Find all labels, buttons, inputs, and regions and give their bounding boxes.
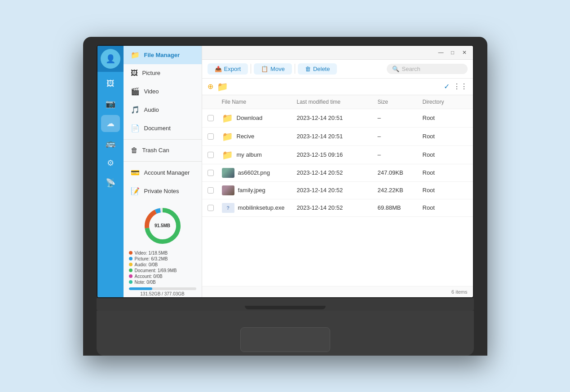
- sidebar-item-picture[interactable]: 🖼 Picture: [124, 64, 202, 82]
- table-header: File Name Last modified time Size Direct…: [202, 95, 473, 109]
- legend-dot-audio: [129, 263, 133, 266]
- move-button[interactable]: 📋 Move: [254, 63, 292, 75]
- sidebar-item-file-manager[interactable]: 📁 File Manager: [124, 46, 202, 64]
- header-modified: Last modified time: [297, 99, 378, 105]
- file-name-cell: 📁 Recive: [222, 131, 297, 142]
- table-row[interactable]: 📁 Download 2023-12-14 20:51 – Root: [202, 109, 473, 128]
- trash-menu-icon: 🗑: [131, 146, 138, 154]
- table-row[interactable]: 📁 my album 2023-12-15 09:16 – Root: [202, 146, 473, 164]
- file-name-cell: family.jpeg: [222, 185, 297, 195]
- sidebar-item-label: Video: [144, 88, 159, 95]
- grid-view-button[interactable]: ⋮⋮: [453, 82, 468, 91]
- sidebar-item-private-notes[interactable]: 📝 Private Notes: [124, 182, 202, 200]
- storage-bar: [129, 287, 196, 290]
- row-checkbox[interactable]: [208, 133, 222, 140]
- check-button[interactable]: ✓: [444, 82, 450, 91]
- storage-legend: Video: 1/18.5MB Picture: 6/3.2MB Audio: …: [129, 251, 196, 285]
- legend-note: Note: 0/0B: [129, 280, 196, 285]
- row-checkbox[interactable]: [208, 115, 222, 121]
- menu-divider-2: [124, 161, 202, 162]
- legend-dot-picture: [129, 257, 133, 260]
- transport-nav-icon[interactable]: 🚌: [101, 135, 120, 152]
- sidebar-item-audio[interactable]: 🎵 Audio: [124, 101, 202, 119]
- document-menu-icon: 📄: [131, 124, 140, 132]
- row-checkbox[interactable]: [208, 170, 222, 176]
- exe-icon: ?: [222, 203, 234, 213]
- table-row[interactable]: family.jpeg 2023-12-14 20:52 242.22KB Ro…: [202, 182, 473, 199]
- sidebar-item-label: Trash Can: [142, 147, 169, 154]
- close-button[interactable]: ✕: [460, 48, 469, 57]
- current-folder-icon: 📁: [217, 81, 228, 92]
- search-icon: 🔍: [392, 66, 399, 72]
- row-checkbox[interactable]: [208, 187, 222, 194]
- settings-nav-icon[interactable]: ⚙: [101, 154, 120, 172]
- back-button[interactable]: ⊕: [208, 82, 213, 91]
- sidebar-item-label: Private Notes: [144, 188, 179, 194]
- sidebar-item-document[interactable]: 📄 Document: [124, 119, 202, 137]
- table-row[interactable]: as6602t.png 2023-12-14 20:52 247.09KB Ro…: [202, 164, 473, 182]
- sidebar-item-video[interactable]: 🎬 Video: [124, 82, 202, 101]
- toolbar-sep-2: [295, 64, 295, 74]
- image-thumbnail: [222, 185, 234, 195]
- storage-panel: 91.5MB Video: 1/18.5MB Picture: 6/3.2MB: [124, 200, 202, 298]
- sidebar-item-label: File Manager: [144, 52, 180, 58]
- folder-icon: 📁: [222, 113, 233, 123]
- phone-nav-icon[interactable]: 📡: [101, 174, 120, 191]
- storage-total-label: 91.5MB: [155, 223, 170, 228]
- sidebar-item-label: Picture: [142, 70, 160, 76]
- row-checkbox[interactable]: [208, 152, 222, 158]
- table-row[interactable]: 📁 Recive 2023-12-14 20:51 – Root: [202, 128, 473, 146]
- row-checkbox[interactable]: [208, 205, 222, 211]
- account-menu-icon: 💳: [131, 168, 140, 177]
- file-name-cell: as6602t.png: [222, 168, 297, 178]
- delete-button[interactable]: 🗑 Delete: [298, 63, 337, 75]
- avatar: 👤: [97, 46, 124, 72]
- audio-menu-icon: 🎵: [131, 106, 140, 114]
- export-button[interactable]: 📤 Export: [208, 63, 248, 75]
- legend-video: Video: 1/18.5MB: [129, 251, 196, 255]
- storage-bar-fill: [129, 287, 153, 290]
- cloud-nav-icon[interactable]: ☁: [101, 115, 120, 132]
- header-size: Size: [378, 99, 423, 105]
- legend-audio: Audio: 0/0B: [129, 262, 196, 267]
- legend-document: Document: 1/69.9MB: [129, 268, 196, 273]
- menu-header: 📁 File Manager 🖼 Picture 🎬 Video 🎵 Audio: [124, 46, 202, 200]
- folder-icon: 📁: [222, 131, 233, 142]
- title-bar: — □ ✕: [202, 46, 473, 60]
- legend-account: Account: 0/0B: [129, 274, 196, 279]
- folder-icon: 📁: [222, 150, 233, 160]
- notes-menu-icon: 📝: [131, 187, 140, 195]
- sidebar-item-trash-can[interactable]: 🗑 Trash Can: [124, 141, 202, 159]
- sidebar-item-label: Document: [144, 125, 171, 132]
- storage-bar-container: 131.52GB / 377.03GB: [129, 287, 196, 296]
- video-nav-icon[interactable]: 📷: [101, 95, 120, 112]
- legend-dot-note: [129, 280, 133, 284]
- nav-bar: ⊕ 📁 ✓ ⋮⋮: [202, 79, 473, 95]
- sidebar-item-account-manager[interactable]: 💳 Account Manager: [124, 163, 202, 182]
- toolbar-sep-1: [251, 64, 251, 74]
- image-thumbnail: [222, 168, 234, 178]
- toolbar: 📤 Export 📋 Move 🗑 Delete 🔍: [202, 60, 473, 79]
- status-bar: 6 items: [202, 286, 473, 297]
- move-icon: 📋: [261, 66, 268, 72]
- menu-sidebar: 📁 File Manager 🖼 Picture 🎬 Video 🎵 Audio: [124, 46, 202, 297]
- table-row[interactable]: ? mobilinksetup.exe 2023-12-14 20:52 69.…: [202, 199, 473, 217]
- picture-menu-icon: 🖼: [131, 69, 138, 77]
- legend-dot-account: [129, 274, 133, 278]
- file-name-cell: ? mobilinksetup.exe: [222, 203, 297, 213]
- minimize-button[interactable]: —: [436, 48, 446, 57]
- icon-sidebar: 👤 🖼 📷 ☁ 🚌 ⚙ 📡: [97, 46, 124, 297]
- storage-disk-text: 131.52GB / 377.03GB: [129, 291, 196, 296]
- header-checkbox-col: [208, 99, 222, 105]
- donut-chart: 91.5MB: [142, 206, 183, 246]
- main-content: — □ ✕ 📤 Export 📋 Move: [202, 46, 473, 297]
- legend-dot-document: [129, 269, 133, 272]
- sidebar-item-label: Audio: [144, 106, 159, 113]
- delete-icon: 🗑: [305, 66, 311, 72]
- export-icon: 📤: [215, 66, 222, 72]
- maximize-button[interactable]: □: [448, 48, 458, 57]
- picture-nav-icon[interactable]: 🖼: [101, 75, 120, 92]
- file-manager-icon: 📁: [131, 51, 140, 59]
- search-box[interactable]: 🔍 Search: [387, 64, 468, 74]
- legend-dot-video: [129, 251, 133, 255]
